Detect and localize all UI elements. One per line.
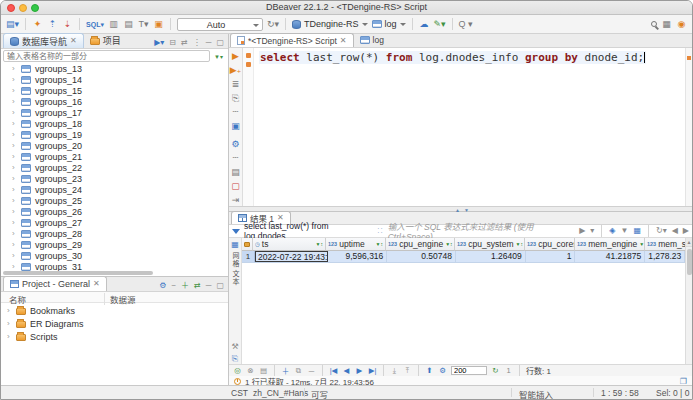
expand-chevron-icon[interactable]: ›: [12, 163, 17, 172]
add-row-icon[interactable]: ＋: [281, 365, 290, 376]
scroll-up-icon[interactable]: ▲: [686, 238, 692, 247]
grid-view-label[interactable]: 网格: [230, 252, 240, 268]
tab-project-general[interactable]: Project - General ✕: [3, 276, 107, 291]
cell-mem-engine[interactable]: 41.21875: [575, 251, 645, 262]
history-forward-icon[interactable]: ▶: [683, 226, 689, 236]
reject-changes-icon[interactable]: ⊗: [246, 366, 255, 375]
new-script-icon[interactable]: ▤: [123, 19, 134, 30]
column-header[interactable]: 123 cpu_cores ▼↕: [525, 238, 575, 251]
expand-chevron-icon[interactable]: ›: [12, 196, 17, 205]
expand-chevron-icon[interactable]: ›: [12, 185, 17, 194]
filter-sort-icon[interactable]: ▼↕: [516, 241, 523, 247]
expand-chevron-icon[interactable]: ›: [7, 319, 12, 328]
last-page-icon[interactable]: ▶|: [368, 366, 377, 375]
filter-settings-icon[interactable]: ▼: [620, 226, 628, 236]
grid-data-row[interactable]: 1 2022-07-22 19:43:30.000 9,596,316 0.50…: [242, 251, 685, 263]
settings-gear-icon[interactable]: ⚙: [438, 366, 447, 375]
sql-statement[interactable]: select last_row(*) from log.dnodes_info …: [259, 51, 646, 64]
tree-item-vgroup[interactable]: › vgroups_15: [1, 85, 228, 96]
expand-chevron-icon[interactable]: ›: [12, 218, 17, 227]
project-tree-item[interactable]: › Scripts: [1, 330, 228, 343]
expand-chevron-icon[interactable]: ›: [12, 75, 17, 84]
open-perspective-icon[interactable]: ▦: [661, 19, 672, 30]
delete-row-icon[interactable]: －: [307, 365, 316, 376]
link-editor-icon[interactable]: ⇄: [181, 38, 188, 48]
results-filter-bar[interactable]: select last_row(*) from log.dnodes_ ⁚⁚ 输…: [229, 225, 692, 238]
lock-connection-icon[interactable]: ▣: [153, 19, 164, 30]
tree-item-vgroup[interactable]: › vgroups_22: [1, 162, 228, 173]
expand-chevron-icon[interactable]: ›: [12, 141, 17, 150]
tree-item-vgroup[interactable]: › vgroups_13: [1, 63, 228, 74]
collapse-all-icon[interactable]: ⊟: [169, 38, 176, 48]
expand-chevron-icon[interactable]: ›: [12, 130, 17, 139]
expand-chevron-icon[interactable]: ›: [12, 229, 17, 238]
new-sql-editor-icon[interactable]: SQL▾: [86, 19, 104, 30]
execute-statement-icon[interactable]: ▶: [230, 51, 241, 62]
save-icon[interactable]: ▤: [230, 167, 241, 178]
tree-item-vgroup[interactable]: › vgroups_26: [1, 206, 228, 217]
project-tree-item[interactable]: › Bookmarks: [1, 304, 228, 317]
column-header[interactable]: 123 cpu_engine ▼↕: [386, 238, 455, 251]
maximize-panel-icon[interactable]: ▢: [216, 38, 224, 48]
copy-panel-icon[interactable]: ⎘: [232, 354, 238, 364]
expand-chevron-icon[interactable]: ›: [12, 240, 17, 249]
tree-item-vgroup[interactable]: › vgroups_16: [1, 96, 228, 107]
column-header[interactable]: 123 cpu_system ▼↕: [455, 238, 525, 251]
filter-dropdown-icon[interactable]: ▾: [590, 226, 594, 236]
expand-chevron-icon[interactable]: ›: [12, 97, 17, 106]
column-header[interactable]: 123 mem_system ▼↕: [645, 238, 685, 251]
grid-corner-cell[interactable]: [242, 238, 253, 251]
tab-database-navigator[interactable]: 数据库导航 ✕: [3, 33, 84, 48]
filter-sort-icon[interactable]: ▼↕: [445, 241, 452, 247]
navigate-icon[interactable]: ⇥: [230, 195, 241, 206]
caret-position-indicator[interactable]: 1 : 59 : 58: [601, 388, 639, 398]
close-icon[interactable]: ✕: [340, 37, 347, 45]
column-header[interactable]: 123 mem_engine ▼↕: [575, 238, 645, 251]
apply-filter-icon[interactable]: ▶: [579, 226, 585, 236]
tree-item-vgroup[interactable]: › vgroups_17: [1, 107, 228, 118]
tree-item-vgroup[interactable]: › vgroups_28: [1, 228, 228, 239]
column-header[interactable]: 123 uptime ▼↕: [326, 238, 386, 251]
expand-chevron-icon[interactable]: ›: [7, 332, 12, 341]
tree-item-vgroup[interactable]: › vgroups_18: [1, 118, 228, 129]
tree-item-vgroup[interactable]: › vgroups_30: [1, 250, 228, 261]
rollback-icon[interactable]: ⇡: [47, 19, 58, 30]
expand-chevron-icon[interactable]: ›: [12, 207, 17, 216]
close-icon[interactable]: ✕: [93, 280, 100, 288]
commit-icon[interactable]: ✦: [32, 19, 43, 30]
settings-gear-icon[interactable]: ⚙: [230, 139, 241, 150]
text-view-label[interactable]: 文本: [230, 270, 240, 286]
tree-item-vgroup[interactable]: › vgroups_20: [1, 140, 228, 151]
fetch-all-icon[interactable]: ⤓: [390, 366, 399, 376]
transaction-log-icon[interactable]: ⇣: [62, 19, 73, 30]
filter-sort-icon[interactable]: ▼↕: [376, 241, 383, 247]
database-selector[interactable]: log: [372, 19, 406, 29]
edit-icon[interactable]: ✎▾: [434, 19, 446, 30]
cell-cpu-cores[interactable]: 1: [526, 251, 576, 262]
cell-cpu-engine[interactable]: 0.50748: [387, 251, 456, 262]
tree-item-vgroup[interactable]: › vgroups_23: [1, 173, 228, 184]
search-icon[interactable]: [651, 21, 657, 27]
expand-chevron-icon[interactable]: ›: [12, 251, 17, 260]
tab-log[interactable]: log: [354, 33, 390, 47]
statement-marker-icon[interactable]: [246, 62, 251, 67]
filter-icon[interactable]: ▼▾: [214, 53, 223, 60]
expand-chevron-icon[interactable]: ›: [12, 86, 17, 95]
apply-changes-icon[interactable]: ◎: [233, 366, 242, 375]
quick-search-icon[interactable]: Q ▾: [459, 19, 473, 30]
prev-page-icon[interactable]: ◀: [342, 366, 351, 375]
save-filter-icon[interactable]: ◈: [609, 226, 615, 236]
grid-view-icon[interactable]: ▦: [231, 240, 239, 250]
commit-mode-select[interactable]: Auto: [177, 18, 263, 31]
fetch-size-input[interactable]: [451, 366, 487, 375]
cell-mem-system[interactable]: 1,278.23: [645, 251, 685, 262]
cell-cpu-system[interactable]: 1.26409: [456, 251, 526, 262]
generate-script-icon[interactable]: ▤: [259, 366, 268, 375]
expand-chevron-icon[interactable]: ›: [7, 306, 12, 315]
tab-project[interactable]: 项目: [84, 33, 127, 48]
connect-icon[interactable]: ▶▾: [154, 38, 164, 48]
expand-icon[interactable]: ＋: [181, 281, 189, 291]
script-icon[interactable]: ⎘: [230, 93, 241, 104]
tree-item-vgroup[interactable]: › vgroups_19: [1, 129, 228, 140]
filter-sort-icon[interactable]: ▼↕: [316, 241, 323, 247]
